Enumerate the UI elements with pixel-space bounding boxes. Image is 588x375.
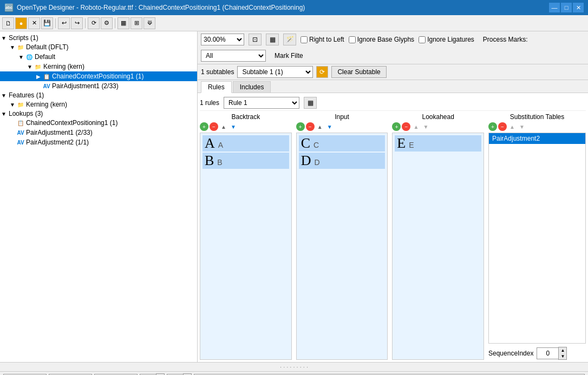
refresh-button[interactable]: ⟳ (88, 17, 100, 29)
input-remove-btn[interactable]: − (306, 122, 315, 131)
tree-item-features[interactable]: ▼ Features (1) (0, 91, 197, 100)
grid-view-button[interactable]: ▦ (266, 34, 279, 45)
backtrack-remove-btn[interactable]: − (210, 122, 218, 131)
export-icon-button[interactable]: ⟱ (143, 17, 155, 29)
input-add-btn[interactable]: + (296, 122, 305, 131)
ignore-ligatures-label[interactable]: Ignore Ligatures (419, 36, 474, 43)
tree-container: ▼ Scripts (1) ▼ 📁 Default (DFLT) ▼ 🌐 Def… (0, 31, 197, 362)
open-button[interactable]: ● (15, 17, 27, 29)
tree-label-pair1: PairAdjustment1 (2/33) (51, 82, 119, 90)
input-glyph-C[interactable]: C C (299, 135, 386, 152)
spinner-up[interactable]: ▲ (559, 347, 566, 353)
backtrack-glyph-A-big: A (205, 136, 215, 150)
right-to-left-checkbox[interactable] (300, 36, 308, 43)
sep1 (55, 18, 56, 28)
minimize-button[interactable]: — (549, 3, 560, 12)
expand-features[interactable]: ▼ (0, 91, 8, 99)
close-file-button[interactable]: ✕ (28, 17, 40, 29)
clear-subtable-button[interactable]: Clear Subtable (331, 66, 386, 78)
rule-view-button[interactable]: ▦ (304, 97, 317, 109)
expand-kern[interactable]: ▼ (26, 63, 34, 70)
tree-item-pair1[interactable]: ▶ AV PairAdjustment1 (2/33) (0, 81, 197, 91)
backtrack-controls: + − ▲ ▼ (200, 122, 292, 131)
tree-item-lookups[interactable]: ▼ Lookups (3) (0, 109, 197, 118)
grid-button[interactable]: ▦ (117, 17, 129, 29)
zoom-select[interactable]: 30.00% (201, 34, 244, 45)
backtrack-header: Backtrack (200, 113, 292, 121)
spinner-down[interactable]: ▼ (559, 353, 566, 359)
lookahead-glyph-E[interactable]: E E (395, 135, 481, 152)
sub-remove-btn[interactable]: − (498, 122, 507, 131)
expand-default[interactable]: ▼ (17, 53, 25, 61)
ignore-base-glyphs-checkbox[interactable] (349, 36, 356, 43)
ignore-base-glyphs-label[interactable]: Ignore Base Glyphs (349, 36, 414, 43)
settings-button[interactable]: ⚙ (101, 17, 113, 29)
tab-rules[interactable]: Rules (201, 81, 232, 93)
tree-item-dflt[interactable]: ▼ 📁 Default (DFLT) (0, 42, 197, 52)
tree-item-kern2[interactable]: ▼ 📁 Kerning (kern) (0, 100, 197, 109)
expand-dflt[interactable]: ▼ (9, 43, 16, 51)
lookahead-up-btn[interactable]: ▲ (411, 122, 420, 131)
sub-down-btn[interactable]: ▼ (518, 122, 526, 131)
backtrack-glyph-A[interactable]: A A (202, 135, 289, 152)
input-glyph-D[interactable]: D D (299, 153, 386, 169)
av-icon-pair1: AV (42, 82, 51, 90)
tree-item-default[interactable]: ▼ 🌐 Default (0, 52, 197, 62)
expand-scripts[interactable]: ▼ (0, 34, 8, 42)
rule-select[interactable]: Rule 1 (224, 97, 299, 109)
redo-button[interactable]: ↪ (71, 17, 83, 29)
lookahead-glyph-E-small: E (409, 141, 414, 149)
rules-count: 1 rules (200, 99, 219, 107)
wand-button[interactable]: 🪄 (283, 34, 296, 45)
lookahead-down-btn[interactable]: ▼ (421, 122, 430, 131)
input-down-btn[interactable]: ▼ (325, 122, 334, 131)
backtrack-glyph-B[interactable]: B B (202, 153, 289, 169)
subtable-refresh-button[interactable]: ⟳ (316, 66, 328, 78)
tree-item-kern[interactable]: ▼ 📁 Kerning (kern) (0, 62, 197, 71)
backtrack-add-btn[interactable]: + (200, 122, 208, 131)
right-panel: 30.00% ⊡ ▦ 🪄 Right to Left Ignore Base G… (198, 31, 588, 362)
tree-label-lookup-chained: ChainedContextPositioning1 (1) (25, 119, 117, 127)
lookahead-remove-btn[interactable]: − (402, 122, 410, 131)
sequence-index-input[interactable]: 0 (537, 347, 558, 359)
maximize-button[interactable]: □ (561, 3, 572, 12)
tree-item-lookup-pair2[interactable]: ▶ AV PairAdjustment2 (1/1) (0, 137, 197, 147)
undo-button[interactable]: ↩ (58, 17, 70, 29)
tree-item-lookup-pair1[interactable]: ▶ AV PairAdjustment1 (2/33) (0, 128, 197, 137)
expand-kern2[interactable]: ▼ (9, 101, 16, 108)
substitution-list: PairAdjustment2 (488, 133, 586, 344)
lookahead-glyph-list: E E (392, 133, 484, 360)
lookahead-add-btn[interactable]: + (392, 122, 401, 131)
ignore-ligatures-checkbox[interactable] (419, 36, 426, 43)
table-button[interactable]: ⊞ (130, 17, 142, 29)
subtable-select[interactable]: Subtable 1 (1) (237, 66, 313, 78)
input-up-btn[interactable]: ▲ (316, 122, 324, 131)
tree-label-lookup-pair2: PairAdjustment2 (1/1) (25, 139, 89, 146)
title-bar: 🔤 OpenType Designer - Roboto-Regular.ttf… (0, 0, 588, 15)
globe-icon: 🌐 (25, 52, 34, 61)
rules-area: 1 rules Rule 1 ▦ Backtrack + − ▲ ▼ (198, 93, 588, 362)
lookahead-header: Lookahead (392, 113, 484, 121)
app-icon: 🔤 (4, 3, 14, 12)
tab-includes[interactable]: Includes (233, 81, 271, 93)
fit-button[interactable]: ⊡ (249, 34, 262, 45)
tree-item-scripts[interactable]: ▼ Scripts (1) (0, 34, 197, 42)
expand-chained1[interactable]: ▶ (35, 73, 42, 80)
process-marks-select[interactable]: All (201, 50, 266, 62)
bottom-panel: Auto Auto Custom ▲ ▼ ▲ ▼ ABCDE (0, 372, 588, 375)
expand-lookups[interactable]: ▼ (0, 110, 8, 117)
sub-table-item-pair2[interactable]: PairAdjustment2 (489, 133, 585, 144)
right-to-left-label[interactable]: Right to Left (300, 36, 344, 43)
close-button[interactable]: ✕ (573, 3, 584, 12)
tree-item-lookup-chained[interactable]: ▶ 📋 ChainedContextPositioning1 (1) (0, 118, 197, 128)
sub-up-btn[interactable]: ▲ (508, 122, 517, 131)
folder-icon-kern: 📁 (34, 62, 42, 71)
new-button[interactable]: 🗋 (2, 17, 14, 29)
sub-add-btn[interactable]: + (488, 122, 497, 131)
av-icon-lookup1: AV (16, 128, 25, 137)
substitution-header: Substitution Tables (488, 113, 586, 121)
tree-item-chained1[interactable]: ▶ 📋 ChainedContextPositioning1 (1) (0, 71, 197, 81)
backtrack-down-btn[interactable]: ▼ (229, 122, 238, 131)
backtrack-up-btn[interactable]: ▲ (219, 122, 228, 131)
save-button[interactable]: 💾 (41, 17, 53, 29)
